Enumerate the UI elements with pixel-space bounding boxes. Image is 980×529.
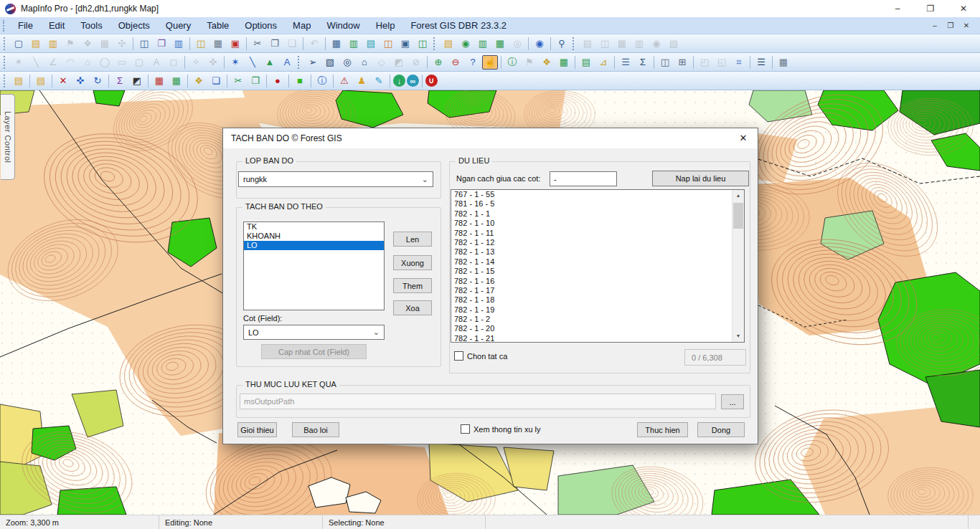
new-layout-icon[interactable]: ▣ bbox=[397, 37, 413, 51]
fg-record-icon[interactable]: ● bbox=[270, 74, 286, 88]
new-chart-icon[interactable]: ▤ bbox=[363, 37, 379, 51]
status-selecting[interactable]: Selecting: None bbox=[323, 515, 486, 529]
legend-window-icon[interactable]: ☰ bbox=[753, 55, 769, 70]
data-item[interactable]: 781 - 16 - 5 bbox=[451, 199, 732, 209]
save-table-icon[interactable]: ◫ bbox=[136, 37, 152, 51]
close-icon[interactable]: ✕ bbox=[947, 0, 980, 17]
layer-combo[interactable]: rungkk ⌄ bbox=[238, 171, 433, 187]
toolbar-grip[interactable] bbox=[298, 56, 301, 69]
new-grapher-icon[interactable]: ▥ bbox=[346, 37, 362, 51]
data-item[interactable]: 782 - 1 - 13 bbox=[451, 247, 732, 257]
set-target-district-icon[interactable]: ◫ bbox=[657, 55, 673, 70]
data-item[interactable]: 782 - 1 - 11 bbox=[451, 229, 732, 238]
move-down-button[interactable]: Xuong bbox=[393, 255, 432, 270]
fg-delete-icon[interactable]: ✕ bbox=[55, 74, 71, 88]
move-up-button[interactable]: Len bbox=[393, 232, 432, 247]
field-combo[interactable]: LO ⌄ bbox=[243, 325, 385, 340]
data-item[interactable]: 782 - 1 - 12 bbox=[451, 238, 732, 247]
layer-control-tab[interactable]: Layer Control bbox=[1, 94, 15, 180]
field-item[interactable]: TK bbox=[244, 222, 384, 232]
data-item[interactable]: 782 - 1 - 2 bbox=[451, 315, 732, 324]
fg-cut-area-icon[interactable]: ✂ bbox=[230, 74, 246, 88]
select-all-checkbox[interactable] bbox=[454, 351, 463, 361]
data-item[interactable]: 782 - 1 - 14 bbox=[451, 257, 732, 267]
menu-help[interactable]: Help bbox=[368, 17, 403, 34]
data-item[interactable]: 782 - 1 - 21 bbox=[451, 334, 732, 343]
fg-open-2-icon[interactable]: ▤ bbox=[33, 74, 49, 88]
scroll-thumb[interactable] bbox=[733, 203, 743, 229]
fg-tag-icon[interactable]: ❖ bbox=[191, 74, 207, 88]
open-table-icon[interactable]: ▤ bbox=[28, 37, 44, 51]
open-universal-data-icon[interactable]: ◉ bbox=[532, 37, 547, 51]
scroll-up-icon[interactable]: ▴ bbox=[732, 190, 744, 201]
fg-refresh-icon[interactable]: ↻ bbox=[90, 74, 105, 88]
close-table-icon[interactable]: ▥ bbox=[171, 37, 187, 51]
menu-window[interactable]: Window bbox=[319, 17, 367, 34]
fg-mask-icon[interactable]: ◩ bbox=[129, 74, 145, 88]
fg-table-icon[interactable]: ▦ bbox=[151, 74, 167, 88]
field-item[interactable]: KHOANH bbox=[244, 232, 384, 241]
reload-data-button[interactable]: Nap lai du lieu bbox=[652, 171, 749, 186]
data-item[interactable]: 782 - 1 - 1 bbox=[451, 209, 732, 219]
select-icon[interactable]: ➢ bbox=[305, 55, 321, 70]
about-button[interactable]: Gioi thieu bbox=[237, 422, 277, 437]
open-workspace-icon[interactable]: ▥ bbox=[45, 37, 61, 51]
status-editing[interactable]: Editing: None bbox=[159, 515, 323, 529]
ruler-icon[interactable]: ⊿ bbox=[595, 55, 611, 70]
menu-options[interactable]: Options bbox=[237, 17, 285, 34]
dialog-close-icon[interactable]: ✕ bbox=[729, 128, 758, 148]
close-dialog-button[interactable]: Dong bbox=[697, 422, 745, 437]
fg-person-icon[interactable]: ♟ bbox=[354, 74, 369, 88]
open-wms-icon[interactable]: ▥ bbox=[475, 37, 491, 51]
open-wfs-icon[interactable]: ▦ bbox=[492, 37, 508, 51]
copy-icon[interactable]: ❐ bbox=[267, 37, 283, 51]
fg-open-1-icon[interactable]: ▤ bbox=[11, 74, 27, 88]
fg-grid-icon[interactable]: ▦ bbox=[169, 74, 184, 88]
show-processing-info-checkbox[interactable] bbox=[461, 424, 470, 434]
scale-bar-icon[interactable]: ⌗ bbox=[731, 55, 747, 70]
restore-icon[interactable]: ❐ bbox=[914, 0, 947, 17]
field-item[interactable]: LO bbox=[244, 241, 384, 250]
menu-objects[interactable]: Objects bbox=[110, 17, 158, 34]
boundary-select-icon[interactable]: ⌂ bbox=[357, 55, 372, 70]
data-list-scrollbar[interactable]: ▴ ▾ bbox=[732, 190, 744, 342]
minimize-icon[interactable]: – bbox=[881, 0, 914, 17]
save-copy-as-icon[interactable]: ❐ bbox=[154, 37, 169, 51]
toolbar-grip[interactable] bbox=[4, 75, 7, 87]
line-style-icon[interactable]: ╲ bbox=[245, 55, 260, 70]
assign-district-icon[interactable]: ⊞ bbox=[674, 55, 690, 70]
menu-tools[interactable]: Tools bbox=[72, 17, 110, 34]
radius-select-icon[interactable]: ◎ bbox=[339, 55, 355, 70]
field-listbox[interactable]: TKKHOANHLO bbox=[243, 221, 385, 310]
save-workspace-icon[interactable]: ◫ bbox=[193, 37, 209, 51]
report-error-button[interactable]: Bao loi bbox=[292, 422, 339, 437]
fg-download-icon[interactable]: ↓ bbox=[393, 75, 405, 87]
new-table-icon[interactable]: ▢ bbox=[11, 37, 27, 51]
open-dbms-icon[interactable]: ▤ bbox=[440, 37, 456, 51]
data-item[interactable]: 782 - 1 - 18 bbox=[451, 295, 732, 305]
fg-link-icon[interactable]: ∞ bbox=[407, 75, 419, 87]
output-path-input[interactable]: msOutputPath bbox=[240, 394, 716, 409]
fg-power-icon[interactable]: ∪ bbox=[425, 75, 438, 87]
browse-button[interactable]: ... bbox=[721, 394, 744, 409]
toolbar-grip[interactable] bbox=[573, 37, 576, 50]
data-item[interactable]: 782 - 1 - 20 bbox=[451, 324, 732, 333]
menu-forest-gis-dbr-23-3-2[interactable]: Forest GIS DBR 23.3.2 bbox=[402, 17, 514, 34]
menu-map[interactable]: Map bbox=[285, 17, 319, 34]
new-mapper-icon[interactable]: ◫ bbox=[380, 37, 396, 51]
data-item[interactable]: 782 - 1 - 19 bbox=[451, 305, 732, 315]
menu-query[interactable]: Query bbox=[158, 17, 199, 34]
pan-icon[interactable]: ☝ bbox=[482, 55, 498, 70]
search-table-icon[interactable]: ⚲ bbox=[554, 37, 570, 51]
add-field-button[interactable]: Them bbox=[393, 278, 432, 293]
hotlink-icon[interactable]: ❖ bbox=[539, 55, 555, 70]
menu-edit[interactable]: Edit bbox=[41, 17, 72, 34]
data-item[interactable]: 767 - 1 - 55 bbox=[451, 190, 732, 199]
run-button[interactable]: Thuc hien bbox=[637, 422, 688, 437]
region-style-icon[interactable]: ▲ bbox=[262, 55, 278, 70]
change-view-icon[interactable]: ? bbox=[465, 55, 481, 70]
fg-node-icon[interactable]: ✜ bbox=[72, 74, 88, 88]
fg-info-icon[interactable]: ⓘ bbox=[314, 74, 330, 88]
zoom-out-icon[interactable]: ⊖ bbox=[448, 55, 463, 70]
menu-table[interactable]: Table bbox=[199, 17, 237, 34]
